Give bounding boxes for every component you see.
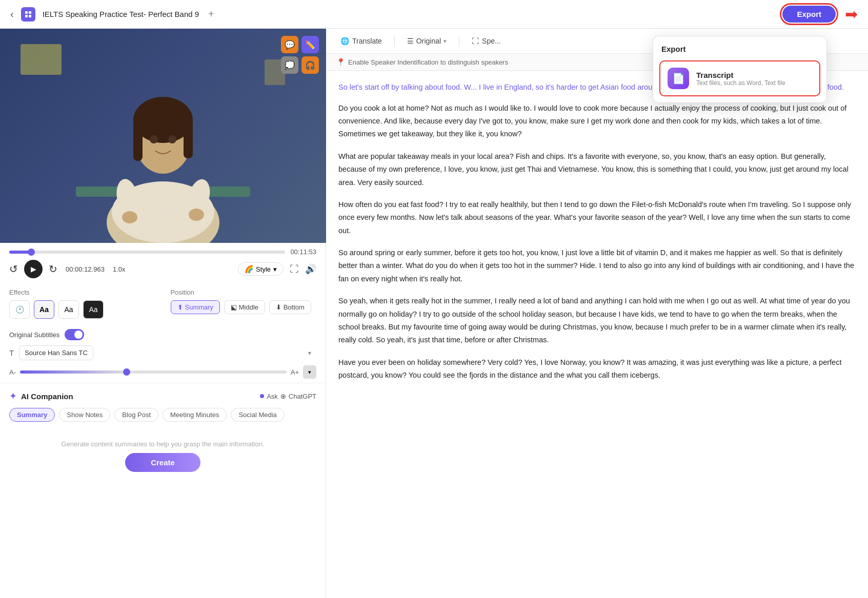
transcript-icon: 📄 (668, 68, 689, 89)
play-button[interactable]: ▶ (24, 260, 43, 278)
transcript-area[interactable]: So let's start off by talking about food… (326, 71, 868, 598)
export-item-text: Transcript Text files, such as Word, Tex… (696, 71, 785, 87)
font-select-wrap: Source Han Sans TC (19, 345, 316, 360)
ai-companion-section: ✦ AI Companion Ask ⊕ ChatGPT Summary Sho… (0, 383, 326, 598)
topbar-right: Export ➡ (782, 5, 858, 23)
effects-col: Effects 🕐 Aa Aa Aa (9, 288, 155, 319)
size-slider-thumb[interactable] (123, 368, 130, 376)
video-icon-row-2: 💭 🎧 (281, 56, 319, 74)
style-icon: 🌈 (245, 265, 253, 273)
speed-button[interactable]: 1.0x (113, 265, 126, 273)
effect-aa-dark-button[interactable]: Aa (83, 300, 104, 319)
transcript-para-4: So yeah, when it gets really hot in the … (338, 295, 856, 347)
chat-icon[interactable]: 💭 (281, 56, 298, 74)
forward-button[interactable]: ↻ (49, 263, 57, 275)
position-bottom-button[interactable]: ⬇ Bottom (269, 300, 311, 314)
subtitle-icon[interactable]: 💬 (281, 36, 298, 53)
add-tab-button[interactable]: + (208, 8, 214, 20)
export-transcript-item[interactable]: 📄 Transcript Text files, such as Word, T… (659, 60, 820, 96)
back-button[interactable]: ‹ (10, 8, 14, 20)
progress-bar[interactable] (9, 251, 285, 254)
export-dropdown: Export 📄 Transcript Text files, such as … (653, 36, 827, 103)
position-col: Position ⬆ Summary ⬕ Middle ⬇ Bottom (171, 288, 317, 319)
original-subtitles-row: Original Subtitles (0, 324, 326, 343)
font-icon: T (9, 348, 14, 357)
position-buttons: ⬆ Summary ⬕ Middle ⬇ Bottom (171, 300, 317, 314)
toolbar-separator (394, 35, 395, 47)
original-button[interactable]: ☰ Original ▾ (403, 35, 451, 47)
ai-placeholder-text: Generate content summaries to help you g… (9, 440, 316, 448)
export-item-desc: Text files, such as Word, Text file (696, 79, 785, 87)
color-picker-button[interactable]: ▾ (303, 365, 316, 379)
left-panel: 💬 ✏️ 💭 🎧 00:11:53 ↺ ▶ ↻ (0, 29, 326, 598)
subtitles-label: Original Subtitles (9, 331, 59, 339)
svg-point-13 (168, 135, 176, 143)
size-plus-label: A+ (291, 368, 299, 376)
progress-thumb[interactable] (28, 249, 35, 256)
effect-clock-button[interactable]: 🕐 (9, 300, 30, 319)
video-overlay-icons: 💬 ✏️ 💭 🎧 (281, 36, 319, 74)
position-middle-button[interactable]: ⬕ Middle (224, 300, 265, 314)
media-controls: 00:11:53 ↺ ▶ ↻ 00:00:12.963 1.0x 🌈 Style… (0, 243, 326, 281)
svg-rect-10 (133, 120, 143, 161)
create-button[interactable]: Create (125, 453, 200, 472)
video-player[interactable]: 💬 ✏️ 💭 🎧 (0, 29, 326, 243)
effect-aa-highlight-button[interactable]: Aa (34, 300, 54, 319)
transcript-para-2: How often do you eat fast food? I try to… (338, 198, 856, 237)
svg-rect-1 (29, 11, 31, 14)
export-dropdown-title: Export (659, 43, 820, 55)
rewind-button[interactable]: ↺ (9, 263, 18, 275)
ai-tab-socialmedia[interactable]: Social Media (231, 408, 284, 422)
translate-button[interactable]: 🌐 Translate (336, 35, 386, 47)
size-minus-label: A- (9, 368, 16, 376)
ai-title-wrap: ✦ AI Companion (9, 390, 73, 402)
logo-icon (24, 10, 32, 18)
gpt-label: ChatGPT (289, 393, 316, 400)
ai-companion-header: ✦ AI Companion Ask ⊕ ChatGPT (9, 390, 316, 402)
headphone-icon[interactable]: 🎧 (301, 56, 319, 74)
svg-point-17 (189, 209, 204, 221)
chevron-down-icon: ▾ (443, 38, 447, 45)
ai-companion-title: AI Companion (21, 392, 73, 401)
arrow-indicator-icon: ➡ (845, 5, 858, 23)
toggle-switch[interactable] (65, 329, 84, 340)
fullscreen-button[interactable]: ⛶ (290, 264, 299, 275)
current-time-display: 00:00:12.963 (66, 265, 105, 273)
subtitles-toggle[interactable] (65, 329, 84, 340)
tab-title: IELTS Speaking Practice Test- Perfect Ba… (43, 10, 199, 18)
size-slider-fill (20, 370, 127, 374)
duration-label: 00:11:53 (290, 248, 316, 256)
transcript-para-1: What are popular takeaway meals in your … (338, 150, 856, 189)
edit-icon[interactable]: ✏️ (301, 36, 319, 53)
toggle-knob (74, 331, 83, 339)
ai-tab-shownotes[interactable]: Show Notes (59, 408, 110, 422)
transcript-para-3: So around spring or early summer, before… (338, 246, 856, 285)
style-chevron-icon: ▾ (273, 265, 277, 273)
playback-controls-row: ↺ ▶ ↻ 00:00:12.963 1.0x 🌈 Style ▾ ⛶ 🔊 (9, 260, 316, 278)
translate-label: Translate (352, 37, 382, 45)
location-pin-icon: 📍 (336, 58, 345, 66)
ask-label: Ask (267, 393, 278, 400)
export-button[interactable]: Export (782, 6, 836, 23)
speaker-button[interactable]: ⛶ Spe... (468, 35, 505, 47)
speaker-identification-text: Enable Speaker Indentification to distin… (348, 58, 508, 66)
effects-position-row: Effects 🕐 Aa Aa Aa Position ⬆ Summary ⬕ … (9, 288, 316, 319)
effects-section: Effects 🕐 Aa Aa Aa Position ⬆ Summary ⬕ … (0, 281, 326, 324)
ask-chatgpt-button[interactable]: Ask ⊕ ChatGPT (260, 393, 316, 400)
size-slider[interactable] (20, 370, 287, 374)
volume-button[interactable]: 🔊 (305, 263, 316, 275)
effect-aa-button[interactable]: Aa (58, 300, 79, 319)
style-button[interactable]: 🌈 Style ▾ (238, 262, 284, 276)
effects-buttons: 🕐 Aa Aa Aa (9, 300, 155, 319)
ai-tab-blogpost[interactable]: Blog Post (114, 408, 158, 422)
toolbar-separator-2 (459, 35, 459, 47)
position-top-button[interactable]: ⬆ Summary (171, 300, 220, 314)
svg-rect-11 (184, 120, 193, 158)
font-select[interactable]: Source Han Sans TC (19, 345, 93, 360)
effects-label: Effects (9, 288, 155, 296)
svg-rect-0 (25, 11, 28, 14)
bg-element (21, 44, 62, 75)
ai-tab-summary[interactable]: Summary (9, 408, 55, 422)
ai-tab-meetingminutes[interactable]: Meeting Minutes (163, 408, 227, 422)
progress-row: 00:11:53 (9, 248, 316, 256)
